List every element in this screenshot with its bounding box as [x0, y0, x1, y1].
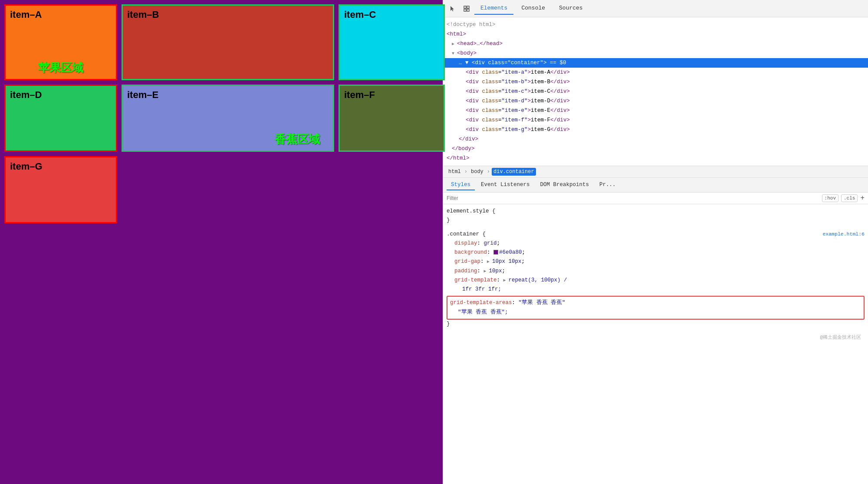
dom-line-close-html[interactable]: </html> [443, 154, 868, 163]
breadcrumb-container[interactable]: div.container [492, 168, 536, 176]
tab-styles[interactable]: Styles [447, 180, 475, 190]
item-e-label: item–E [127, 89, 158, 100]
dom-line-container[interactable]: … ▼ <div class="container"> == $0 [443, 58, 868, 68]
dom-line-doctype[interactable]: <!doctype html> [443, 20, 868, 29]
grid-item-c: item–C [339, 4, 445, 80]
dom-line-html[interactable]: <html> [443, 29, 868, 39]
grid-item-f: item–F [339, 85, 445, 152]
grid-item-e: item–E 香蕉区域 [122, 85, 334, 152]
grid-item-b: item–B [122, 4, 334, 80]
tab-properties[interactable]: Pr... [595, 180, 620, 190]
tab-event-listeners[interactable]: Event Listeners [477, 180, 534, 190]
highlighted-grid-template-areas: grid-template-areas: "苹果 香蕉 香蕉" "苹果 香蕉 香… [447, 296, 865, 320]
item-a-label: item–A [10, 9, 42, 20]
filter-bar: :hov .cls + [443, 193, 868, 204]
tab-sources[interactable]: Sources [553, 2, 589, 15]
dom-line-head[interactable]: ▶ <head>…</head> [443, 39, 868, 49]
filter-add-button[interactable]: + [860, 194, 865, 202]
dom-line-item-b[interactable]: <div class="item-b">item-B</div> [443, 77, 868, 87]
dom-line-item-e[interactable]: <div class="item-e">item-E</div> [443, 106, 868, 115]
inspect-icon[interactable] [460, 3, 473, 15]
svg-rect-0 [464, 6, 466, 8]
item-f-label: item–F [344, 89, 375, 100]
breadcrumbs: html › body › div.container [443, 166, 868, 178]
dom-line-close-body[interactable]: </body> [443, 144, 868, 154]
filter-input[interactable] [447, 195, 819, 201]
dom-line-body[interactable]: ▼ <body> [443, 49, 868, 58]
tab-console[interactable]: Console [515, 2, 551, 15]
item-b-label: item–B [127, 9, 159, 20]
breadcrumb-body[interactable]: body [469, 168, 485, 176]
breadcrumb-html[interactable]: html [447, 168, 463, 176]
svg-rect-2 [464, 9, 466, 11]
style-rules: element.style { } .container { example.h… [443, 204, 868, 484]
grid-container: item–A 苹果区域 item–B item–C item–D item–E … [0, 0, 443, 221]
watermark: @稀土掘金技术社区 [447, 333, 865, 341]
browser-panel: item–A 苹果区域 item–B item–C item–D item–E … [0, 0, 443, 484]
dom-tree: <!doctype html> <html> ▶ <head>…</head> … [443, 17, 868, 166]
styles-tab-bar: Styles Event Listeners DOM Breakpoints P… [443, 178, 868, 193]
filter-cls-button[interactable]: .cls [841, 194, 858, 202]
grid-item-a: item–A 苹果区域 [4, 4, 117, 80]
grid-item-g: item–G [4, 156, 117, 223]
browser-empty-area [0, 221, 443, 484]
filter-hov-button[interactable]: :hov [822, 194, 838, 202]
item-g-label: item–G [10, 161, 43, 172]
elements-panel: <!doctype html> <html> ▶ <head>…</head> … [443, 17, 868, 484]
area-apple-label: 苹果区域 [38, 60, 83, 75]
tab-elements[interactable]: Elements [474, 2, 513, 15]
dom-line-item-d[interactable]: <div class="item-d">item-D</div> [443, 96, 868, 106]
styles-panel: Styles Event Listeners DOM Breakpoints P… [443, 178, 868, 484]
item-c-label: item–C [344, 9, 376, 20]
area-banana-label: 香蕉区域 [275, 132, 320, 147]
style-rule-container: .container { example.html:6 display: gri… [447, 230, 865, 329]
devtools-panel: Elements Console Sources <!doctype html>… [443, 0, 868, 484]
item-d-label: item–D [10, 89, 42, 100]
style-rule-element: element.style { } [447, 207, 865, 226]
tab-dom-breakpoints[interactable]: DOM Breakpoints [536, 180, 594, 190]
svg-rect-3 [467, 9, 469, 11]
dom-line-item-f[interactable]: <div class="item-f">item-F</div> [443, 115, 868, 125]
svg-rect-1 [467, 6, 469, 8]
color-swatch-bg[interactable] [493, 250, 498, 255]
dom-line-item-c[interactable]: <div class="item-c">item-C</div> [443, 87, 868, 96]
devtools-tab-bar: Elements Console Sources [443, 0, 868, 17]
cursor-icon[interactable] [447, 3, 459, 15]
dom-line-item-g[interactable]: <div class="item-g">item-G</div> [443, 125, 868, 134]
grid-item-d: item–D [4, 85, 117, 152]
dom-line-item-a[interactable]: <div class="item-a">item-A</div> [443, 68, 868, 77]
dom-line-close-div[interactable]: </div> [443, 134, 868, 144]
